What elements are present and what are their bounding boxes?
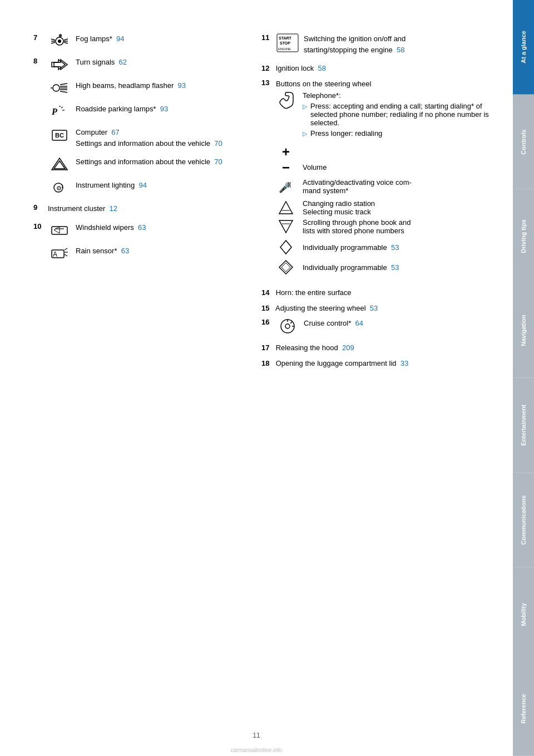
turn-signals-icon	[48, 57, 71, 72]
luggage-lid-ref[interactable]: 33	[400, 359, 408, 367]
radio-up-icon	[274, 200, 298, 215]
svg-text:STOP: STOP	[280, 41, 290, 45]
fog-lamps-icon: ❄	[48, 33, 71, 49]
telephone-bullet-2-text: Press longer: redialing	[310, 129, 382, 138]
sidebar-tab-at-a-glance[interactable]: At a glance	[513, 0, 534, 95]
high-beams-ref[interactable]: 93	[178, 81, 186, 90]
svg-text:❄: ❄	[58, 33, 62, 38]
wiper-icon	[48, 222, 71, 238]
entry-7: 7 ❄	[33, 33, 245, 49]
sidebar-tab-entertainment[interactable]: Entertainment	[513, 378, 534, 473]
prog-1-text: Individually programmable 53	[303, 243, 399, 252]
svg-line-36	[65, 254, 67, 256]
releasing-hood-ref[interactable]: 209	[342, 343, 354, 352]
svg-line-4	[51, 42, 55, 43]
item-number-13: 13	[261, 78, 274, 87]
telephone-icon	[278, 91, 294, 110]
sidebar-tab-reference[interactable]: Reference	[513, 661, 534, 756]
entry-15: 15 Adjusting the steering wheel 53	[261, 303, 496, 314]
watermark: carmanualonline.info	[231, 747, 282, 753]
instrument-lighting-text: Instrument lighting 94	[76, 180, 245, 191]
computer-text: Computer 67 Settings and information abo…	[76, 127, 245, 149]
parking-lamps-ref[interactable]: 93	[160, 105, 168, 113]
svg-line-54	[290, 322, 292, 323]
entry-12: 12 Ignition lock 58	[261, 63, 496, 74]
volume-text: Volume	[303, 163, 327, 171]
volume-minus-icon: −	[274, 162, 298, 173]
fog-lamps-ref[interactable]: 94	[116, 35, 124, 43]
computer-ref[interactable]: 67	[111, 128, 119, 136]
svg-line-2	[51, 39, 55, 40]
svg-text:j: j	[61, 183, 63, 188]
ignition-lock-ref[interactable]: 58	[318, 64, 326, 72]
radio-up-text: Changing radio stationSelecting music tr…	[303, 199, 375, 216]
svg-marker-47	[280, 240, 291, 254]
rain-sensor-text: Rain sensor* 63	[76, 246, 245, 257]
svg-text:ENGINE: ENGINE	[278, 47, 291, 51]
svg-line-34	[65, 248, 67, 250]
bullet-arrow-1: ▷	[303, 103, 307, 110]
svg-line-12	[60, 84, 67, 85]
sidebar-tab-mobility[interactable]: Mobility	[513, 567, 534, 662]
right-sidebar: At a glance Controls Driving tips Naviga…	[513, 0, 534, 756]
svg-marker-45	[279, 220, 293, 233]
item-number-8: 8	[33, 57, 46, 65]
svg-line-20	[61, 107, 63, 108]
wiper-ref[interactable]: 63	[138, 223, 146, 232]
item-number-17: 17	[261, 343, 269, 352]
instrument-lighting-ref[interactable]: 94	[139, 181, 146, 189]
item-number-9: 9	[33, 203, 46, 212]
prog-1-ref[interactable]: 53	[391, 243, 399, 252]
steering-adjust-ref[interactable]: 53	[370, 304, 378, 312]
triangle-settings-text: Settings and information about the vehic…	[76, 156, 245, 168]
telephone-bullet-2: ▷ Press longer: redialing	[303, 129, 496, 138]
svg-text:((: ((	[288, 181, 291, 188]
svg-line-7	[64, 42, 68, 43]
rain-sensor-icon: A	[48, 246, 71, 261]
entry-9: 9 Instrument cluster 12	[33, 203, 245, 214]
diamond-1-icon	[274, 239, 298, 255]
sidebar-tab-communications[interactable]: Communications	[513, 473, 534, 567]
sidebar-tab-driving-tips[interactable]: Driving tips	[513, 189, 534, 284]
computer-vehicle-ref[interactable]: 70	[214, 139, 222, 148]
rain-sensor-ref[interactable]: 63	[121, 247, 129, 255]
entry-11: 11 START STOP ENGINE Switching the ignit…	[261, 33, 496, 55]
svg-point-51	[285, 324, 290, 328]
item-number-15: 15	[261, 304, 269, 312]
item-number-18: 18	[261, 359, 269, 367]
diamond-2-icon	[274, 259, 298, 275]
svg-point-11	[53, 85, 60, 91]
instrument-cluster-text: Instrument cluster 12	[48, 203, 245, 214]
steering-adjust-text: Adjusting the steering wheel 53	[275, 304, 378, 312]
svg-text:⚙: ⚙	[56, 185, 62, 192]
releasing-hood-text: Releasing the hood 209	[276, 343, 354, 352]
turn-signals-text: Turn signals 62	[76, 57, 245, 68]
cruise-control-ref[interactable]: 64	[355, 319, 363, 327]
radio-down-icon	[274, 219, 298, 234]
prog-2-text: Individually programmable 53	[303, 263, 399, 272]
item-number-14: 14	[261, 288, 269, 297]
turn-signals-ref[interactable]: 62	[119, 58, 127, 66]
svg-line-5	[64, 39, 68, 40]
fog-lamps-text: Fog lamps* 94	[76, 33, 245, 45]
entry-parking-lamps: P Roadside parking lamps* 93	[33, 104, 245, 119]
right-column: 11 START STOP ENGINE Switching the ignit…	[261, 33, 496, 373]
svg-point-1	[58, 40, 61, 43]
svg-text:START: START	[279, 36, 292, 40]
triangle-settings-ref[interactable]: 70	[214, 158, 222, 166]
cruise-control-icon	[276, 318, 299, 335]
instrument-cluster-ref[interactable]: 12	[110, 204, 117, 213]
start-stop-ref[interactable]: 58	[397, 46, 404, 54]
steering-wheel-heading: Buttons on the steering wheel	[276, 78, 371, 90]
wiper-text: Windshield wipers 63	[76, 222, 245, 233]
sidebar-tab-controls[interactable]: Controls	[513, 95, 534, 189]
parking-lamps-text: Roadside parking lamps* 93	[76, 104, 245, 115]
high-beams-text: High beams, headlamp flasher 93	[76, 80, 245, 91]
telephone-section: Telephone*: ▷ Press: accepting and endin…	[303, 91, 496, 140]
prog-2-ref[interactable]: 53	[391, 263, 399, 272]
bullet-arrow-2: ▷	[303, 130, 307, 138]
parking-lamps-icon: P	[48, 104, 71, 119]
sidebar-tab-navigation[interactable]: Navigation	[513, 283, 534, 378]
computer-icon: BC	[48, 127, 71, 143]
voice-command-text: Activating/deactivating voice com-mand s…	[303, 178, 412, 195]
